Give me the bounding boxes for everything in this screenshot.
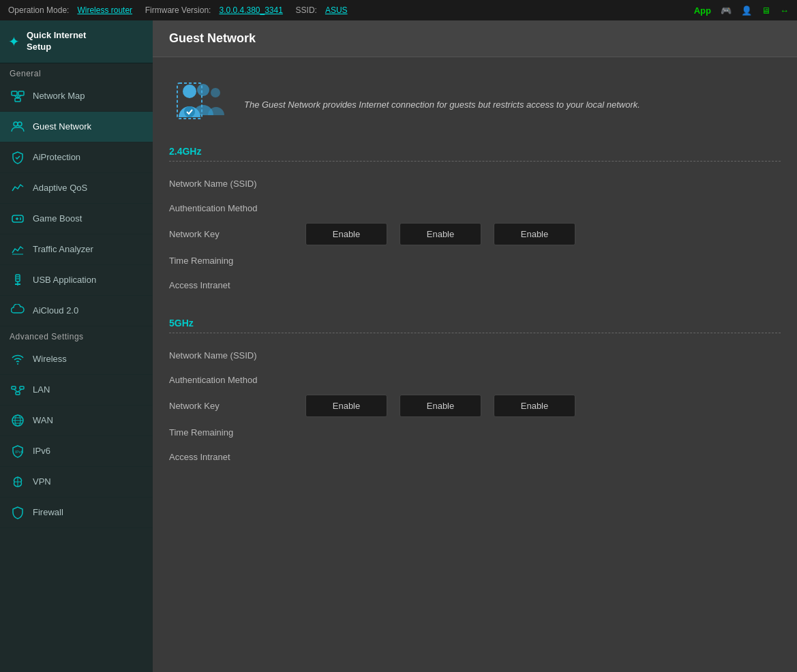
svg-point-19 [17,363,18,365]
firmware-value[interactable]: 3.0.0.4.380_3341 [219,5,282,15]
sidebar-item-vpn[interactable]: VPN [0,467,153,498]
label-timeremaining-5ghz: Time Remaining [169,427,305,438]
row-netkey-5ghz: Network Key Enable Enable Enable [169,392,781,420]
screen-icon[interactable]: 🖥 [762,5,770,16]
enable-btn-1-2.4ghz[interactable]: Enable [305,223,387,245]
svg-point-11 [20,217,21,219]
sidebar-item-game-boost[interactable]: Game Boost [0,204,153,234]
description-box: The Guest Network provides Internet conn… [169,71,781,146]
firewall-icon [10,504,26,521]
svg-rect-2 [15,98,20,102]
label-ssid-2.4ghz: Network Name (SSID) [169,179,305,189]
svg-rect-20 [12,386,16,389]
sidebar-item-aiprotection[interactable]: AiProtection [0,142,153,173]
sidebar-item-label: LAN [33,384,50,395]
sidebar-item-label: Firewall [33,507,63,517]
sidebar-item-wireless[interactable]: Wireless [0,344,153,375]
value-netkey-5ghz: Enable Enable Enable [305,395,781,417]
sidebar-item-label: VPN [33,476,51,487]
sidebar-item-traffic-analyzer[interactable]: Traffic Analyzer [0,234,153,265]
enable-btn-3-2.4ghz[interactable]: Enable [494,223,575,245]
advanced-section-label: Advanced Settings [0,326,153,344]
enable-btn-2-5ghz[interactable]: Enable [400,395,481,417]
row-auth-2.4ghz: Authentication Method [169,196,781,220]
operation-mode-label: Operation Mode: [8,5,69,15]
divider-5ghz [169,333,781,333]
sidebar-item-label: AiCloud 2.0 [33,305,78,316]
main-layout: ✦ Quick InternetSetup General Network Ma… [0,20,797,672]
ssid-label: SSID: [296,5,317,15]
sidebar-item-aicloud[interactable]: AiCloud 2.0 [0,296,153,326]
sidebar-item-adaptive-qos[interactable]: Adaptive QoS [0,173,153,204]
label-auth-5ghz: Authentication Method [169,375,305,385]
lan-icon [10,382,26,398]
game-boost-icon [10,211,26,227]
svg-rect-22 [20,386,24,389]
svg-rect-0 [12,91,17,95]
adaptive-qos-icon [10,180,26,196]
share-icon[interactable]: ↔ [780,5,789,16]
app-label[interactable]: App [694,5,711,16]
enable-btn-3-5ghz[interactable]: Enable [494,395,575,417]
traffic-analyzer-icon [10,241,26,258]
ssid-value[interactable]: ASUS [325,5,348,15]
label-ssid-5ghz: Network Name (SSID) [169,350,305,361]
enable-btn-1-5ghz[interactable]: Enable [305,395,387,417]
label-netkey-2.4ghz: Network Key [169,229,305,239]
sidebar-item-label: Guest Network [33,121,91,132]
label-netkey-5ghz: Network Key [169,401,305,411]
svg-point-6 [14,122,18,126]
sidebar-item-network-map[interactable]: Network Map [0,81,153,112]
page-title: Guest Network [153,20,797,57]
svg-rect-21 [16,392,20,395]
svg-point-37 [184,106,195,117]
firmware-label: Firmware Version: [145,5,211,15]
gamepad-icon[interactable]: 🎮 [721,5,732,16]
row-intranet-2.4ghz: Access Intranet [169,273,781,297]
row-intranet-5ghz: Access Intranet [169,444,781,469]
sidebar-item-label: USB Application [33,275,96,285]
users-icon[interactable]: 👤 [741,5,752,16]
sidebar-item-lan[interactable]: LAN [0,375,153,406]
row-timeremaining-5ghz: Time Remaining [169,420,781,444]
label-auth-2.4ghz: Authentication Method [169,203,305,213]
topbar-icons: App 🎮 👤 🖥 ↔ [694,5,789,16]
sidebar-item-firewall[interactable]: Firewall [0,498,153,528]
general-section-label: General [0,63,153,81]
operation-mode-value[interactable]: Wireless router [77,5,132,15]
content-area: Guest Network [153,20,797,672]
wan-icon [10,412,26,429]
enable-buttons-5ghz: Enable Enable Enable [305,395,781,417]
ipv6-icon: IPv6 [10,443,26,459]
aiprotection-icon [10,149,26,166]
row-timeremaining-2.4ghz: Time Remaining [169,248,781,273]
enable-btn-2-2.4ghz[interactable]: Enable [400,223,481,245]
enable-buttons-2.4ghz: Enable Enable Enable [305,223,781,245]
sidebar-item-label: Network Map [33,91,85,101]
section-2.4ghz: 2.4GHz Network Name (SSID) Authenticatio… [169,146,781,297]
wireless-icon [10,351,26,367]
sidebar-item-label: AiProtection [33,152,80,162]
svg-rect-14 [16,275,20,281]
svg-point-7 [18,122,22,126]
sidebar-item-usb-application[interactable]: USB Application [0,265,153,296]
svg-text:IPv6: IPv6 [15,450,24,454]
sidebar-item-label: Traffic Analyzer [33,244,93,254]
sidebar-item-label: Game Boost [33,213,82,224]
svg-rect-1 [18,91,24,95]
svg-line-24 [18,389,22,392]
svg-point-35 [183,85,196,98]
content-body: The Guest Network provides Internet conn… [153,57,797,503]
sidebar-item-label: IPv6 [33,446,50,456]
sidebar-item-ipv6[interactable]: IPv6 IPv6 [0,436,153,467]
usb-icon [10,272,26,288]
sidebar-item-quick-setup[interactable]: ✦ Quick InternetSetup [0,20,153,63]
freq-label-5ghz: 5GHz [169,318,781,329]
sidebar-item-label: Adaptive QoS [33,183,87,193]
svg-point-34 [211,88,220,97]
sidebar-item-guest-network[interactable]: Guest Network [0,112,153,142]
sidebar-item-wan[interactable]: WAN [0,406,153,436]
row-auth-5ghz: Authentication Method [169,367,781,392]
freq-label-2.4ghz: 2.4GHz [169,146,781,157]
aicloud-icon [10,303,26,319]
